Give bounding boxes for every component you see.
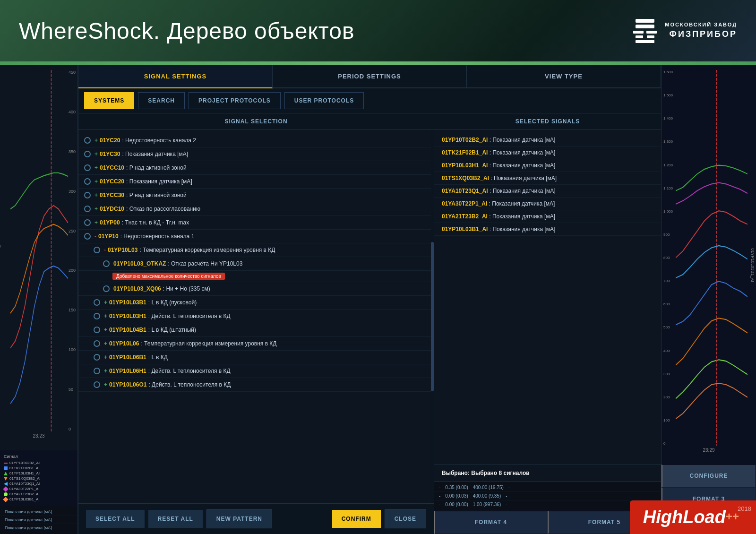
radio-01yc30[interactable] <box>84 151 91 157</box>
sub-tab-user-protocols[interactable]: USER PROTOCOLS <box>284 92 364 109</box>
select-all-button[interactable]: SELECT ALL <box>86 510 145 528</box>
selected-signal-3: 01YP10L03H1_AI : Показания датчика [мА] <box>434 159 661 172</box>
radio-01yp10l03-xq06[interactable] <box>103 285 110 292</box>
radio-01ycc30[interactable] <box>84 192 91 198</box>
content-area: SIGNAL SELECTION + 01YC20 : Недостоверно… <box>78 113 661 534</box>
signal-item-01yp10l06[interactable]: + 01YP10L06 : Температурная коррекция из… <box>78 337 434 351</box>
signal-item-01yp10[interactable]: - 01YP10 : Недостоверность канала 1 <box>78 230 434 243</box>
selected-signals-panel: SELECTED SIGNALS 01YP10T02B2_AI : Показа… <box>434 113 661 534</box>
header: WhereShock. Дерево объектов МОСКОВСКИЙ З… <box>0 0 756 61</box>
legend-color-5 <box>4 482 8 486</box>
tab-period-settings[interactable]: PERIOD SETTINGS <box>273 65 467 87</box>
selected-signal-6: 01YA30T22P1_AI : Показания датчика [мА] <box>434 198 661 210</box>
radio-01yp10l03-otkaz[interactable] <box>103 260 110 267</box>
signal-item-01yp10l03-xq06[interactable]: 01YP10L03_XQ06 : Ни + Но (335 см) <box>78 282 434 296</box>
radio-01yp10[interactable] <box>84 233 91 240</box>
tab-signal-settings[interactable]: SIGNAL SETTINGS <box>78 65 273 88</box>
radio-01ycc10[interactable] <box>84 164 91 171</box>
bottom-action-bar: SELECT ALL RESET ALL NEW PATTERN CONFIRM… <box>78 503 434 534</box>
sub-tab-search[interactable]: SEARCH <box>138 92 185 109</box>
table-row: Показания датчика [мА] <box>0 508 77 516</box>
scrollbar-track[interactable] <box>431 130 434 503</box>
svg-rect-4 <box>636 35 643 38</box>
svg-rect-6 <box>636 40 654 43</box>
table-row: Показания датчика [мА] <box>0 524 77 532</box>
reset-all-button[interactable]: RESET ALL <box>148 510 203 528</box>
signal-item-01ycc20[interactable]: + 01YCC20 : Показания датчика [мА] <box>78 175 434 189</box>
signal-list[interactable]: + 01YC20 : Недостоверность канала 2 + 01… <box>78 130 434 503</box>
bottom-table-right: - 0.35 (0.00) 400.00 (19.75) - - 0.00 (0… <box>434 481 661 510</box>
legend-color-7 <box>4 492 8 496</box>
table-row-1: - 0.35 (0.00) 400.00 (19.75) - <box>434 483 661 492</box>
legend-color-8 <box>3 497 8 502</box>
radio-01yp10l03[interactable] <box>94 247 100 253</box>
signal-item-01ycc10[interactable]: + 01YCC10 : Р над активной зоной <box>78 161 434 175</box>
radio-01yp10l06o1[interactable] <box>94 381 100 388</box>
left-y-ticks: 450 400 350 300 250 200 150 100 50 0 <box>69 70 76 431</box>
radio-01yp10l06h1[interactable] <box>94 368 100 374</box>
sub-tab-project-protocols[interactable]: PROJECT PROTOCOLS <box>189 92 281 109</box>
legend-area: Сигнал 01YP10T02B2_AI 01TK21F02B1_AI 01Y… <box>0 450 77 506</box>
signal-item-01yp10l06b1[interactable]: + 01YP10L06B1 : L в КД <box>78 351 434 364</box>
signal-item-01yp00[interactable]: + 01YP00 : Тнас т.н. в КД - Тг.н. max <box>78 216 434 230</box>
radio-01ycc20[interactable] <box>84 178 91 185</box>
signal-item-01yp10l04b1[interactable]: + 01YP10L04B1 : L в КД (штатный) <box>78 323 434 337</box>
signal-item-01yc20[interactable]: + 01YC20 : Недостоверность канала 2 <box>78 134 434 147</box>
new-pattern-button[interactable]: NEW PATTERN <box>206 509 272 528</box>
error-badge-row: Добавлено максимальное количество сигнал… <box>78 271 434 282</box>
signal-item-01yp10l03-otkaz[interactable]: 01YP10L03_OTKAZ : Отказ расчёта Ни YP10L… <box>78 257 434 271</box>
signal-item-01yp10l06h1[interactable]: + 01YP10L06H1 : Действ. L теплоносителя … <box>78 364 434 378</box>
tab-view-type[interactable]: VIEW TYPE <box>467 65 661 87</box>
highload-superscript: ++ <box>726 510 739 523</box>
radio-01yc20[interactable] <box>84 137 91 144</box>
table-row-2: - 0.00 (0.03) 400.00 (9.35) - <box>434 492 661 500</box>
highload-banner: HighLoad++ 2018 <box>630 500 756 534</box>
radio-01yp10l06[interactable] <box>94 340 100 347</box>
signal-item-01ydc10[interactable]: + 01YDC10 : Отказ по рассогласованию <box>78 202 434 216</box>
right-chart-container: 01YP10L03B1_AI 1,600 1,500 1,400 1,300 1… <box>662 65 756 465</box>
legend-item: 01YP10T02B2_AI <box>4 461 74 465</box>
left-timestamp: 23:23 <box>0 433 77 439</box>
legend-title: Сигнал <box>4 454 74 459</box>
radio-01yp00[interactable] <box>84 219 91 226</box>
error-badge: Добавлено максимальное количество сигнал… <box>112 273 225 280</box>
radio-01yp10l06b1[interactable] <box>94 354 100 361</box>
radio-01yp10l03h1[interactable] <box>94 313 100 319</box>
radio-01yp10l04b1[interactable] <box>94 327 100 333</box>
svg-rect-3 <box>646 31 657 34</box>
signal-item-01yp10l03[interactable]: - 01YP10L03 : Температурная коррекция из… <box>78 243 434 257</box>
legend-item: 01YP10L03H1_AI <box>4 471 74 475</box>
svg-rect-1 <box>636 25 654 28</box>
separator <box>0 61 756 65</box>
radio-01yp10l03b1[interactable] <box>94 299 100 306</box>
fizpribor-logo-icon <box>631 17 659 45</box>
signal-item-01ycc30[interactable]: + 01YCC30 : Р над активной зоной <box>78 189 434 202</box>
signal-item-01yp10l06o1[interactable]: + 01YP10L06O1 : Действ. L теплоносителя … <box>78 378 434 392</box>
configure-button[interactable]: CONFIGURE <box>662 465 756 488</box>
legend-item: 01YA30T22P1_AI <box>4 487 74 491</box>
legend-item: 01YP10L03B1_AI <box>4 497 74 501</box>
close-button[interactable]: CLOSE <box>385 509 426 528</box>
right-y-ticks: 1,600 1,500 1,400 1,300 1,200 1,100 1,00… <box>663 70 673 446</box>
signal-selection-panel: SIGNAL SELECTION + 01YC20 : Недостоверно… <box>78 113 434 534</box>
svg-rect-5 <box>647 35 654 38</box>
format-4-button[interactable]: FORMAT 4 <box>434 511 548 534</box>
right-panel: 01YP10L03B1_AI 1,600 1,500 1,400 1,300 1… <box>662 65 756 534</box>
selected-signal-7: 01YA21T23B2_AI : Показания датчика [мА] <box>434 210 661 223</box>
right-chart-svg <box>676 70 747 446</box>
sub-tab-systems[interactable]: SYSTEMS <box>84 92 134 109</box>
signal-item-01yp10l03b1[interactable]: + 01YP10L03B1 : L в КД (пусковой) <box>78 296 434 310</box>
selected-signals-list: 01YP10T02B2_AI : Показания датчика [мА] … <box>434 130 661 465</box>
signal-item-01yp10l03h1[interactable]: + 01YP10L03H1 : Действ. L теплоносителя … <box>78 310 434 323</box>
scrollbar-thumb[interactable] <box>431 242 434 391</box>
selected-count: Выбрано: Выбрано 8 сигналов <box>434 465 661 481</box>
confirm-button[interactable]: CONFIRM <box>332 510 381 528</box>
logo-text: МОСКОВСКИЙ ЗАВОД ФИЗПРИБОР <box>665 21 737 41</box>
radio-01ydc10[interactable] <box>84 206 91 212</box>
signal-item-01yc30[interactable]: + 01YC30 : Показания датчика [мА] <box>78 147 434 161</box>
legend-item: 01TS1XQ03B2_AI <box>4 476 74 481</box>
logo-container: МОСКОВСКИЙ ЗАВОД ФИЗПРИБОР <box>631 17 737 45</box>
selected-signals-header: SELECTED SIGNALS <box>434 113 661 130</box>
selected-signal-8: 01YP10L03B1_AI : Показания датчика [мА] <box>434 223 661 236</box>
selected-signal-4: 01TS1XQ03B2_AI : Показания датчика [мА] <box>434 172 661 185</box>
